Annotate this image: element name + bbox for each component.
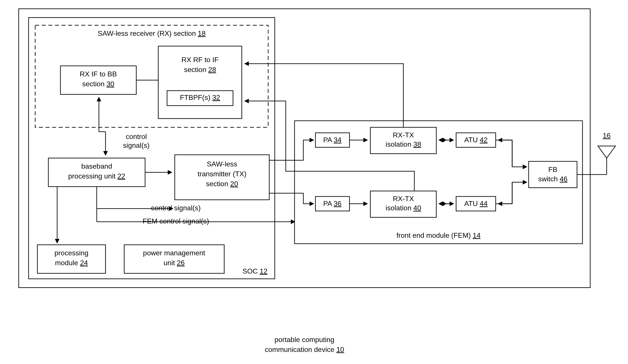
ctrl-label-1b: signal(s)	[123, 141, 150, 149]
iso38-line1: RX-TX	[393, 131, 414, 139]
device-title-2: communication device 10	[265, 346, 344, 354]
tx-line1: SAW-less	[207, 160, 237, 168]
fem-ctrl-label: FEM control signal(s)	[143, 217, 209, 225]
pmu-line1: power management	[143, 249, 205, 257]
rx-rf-if-line1: RX RF to IF	[182, 56, 219, 64]
rx-if-bb-line2: section 30	[82, 80, 114, 88]
fem-label: front end module (FEM) 14	[396, 231, 480, 239]
pmu-line2: unit 26	[163, 259, 185, 267]
atu42-label: ATU 42	[464, 136, 487, 144]
rx-rf-if-line2: section 28	[184, 66, 216, 73]
tx-line2: transmitter (TX)	[198, 170, 246, 178]
tx-line3: section 20	[206, 180, 238, 188]
antenna-icon	[598, 146, 616, 175]
ctrl-label-2: control signal(s)	[151, 204, 201, 212]
antenna-ref: 16	[603, 131, 611, 139]
rx-section-label: SAW-less receiver (RX) section 18	[98, 29, 206, 37]
iso38-line2: isolation 38	[386, 140, 421, 148]
ftbpf-label: FTBPF(s) 32	[180, 94, 220, 101]
pm-line1: processing	[55, 249, 88, 257]
ctrl-label-1a: control	[126, 133, 147, 140]
pa36-label: PA 36	[323, 200, 341, 207]
baseband-line1: baseband	[81, 162, 112, 170]
fb-line1: FB	[549, 166, 557, 174]
baseband-line2: processing unit 22	[68, 172, 125, 180]
pm-line2: module 24	[55, 259, 88, 267]
device-title-1: portable computing	[275, 336, 334, 344]
rx-if-bb-line1: RX IF to BB	[80, 70, 117, 78]
soc-label: SOC 12	[242, 267, 267, 275]
atu44-label: ATU 44	[464, 200, 487, 207]
iso40-line1: RX-TX	[393, 195, 414, 203]
fb-switch-box	[529, 161, 577, 188]
iso40-line2: isolation 40	[386, 204, 421, 212]
fb-line2: switch 46	[538, 175, 567, 183]
pa34-label: PA 34	[323, 136, 341, 144]
